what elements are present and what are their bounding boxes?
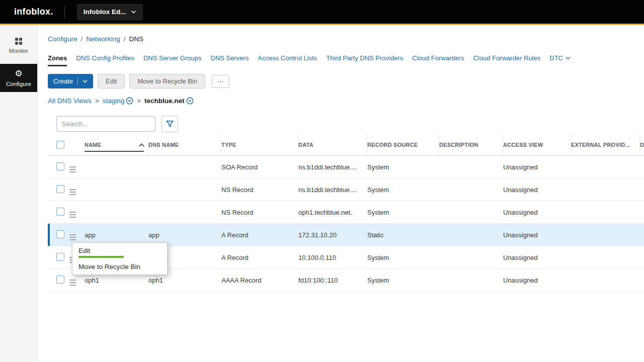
column-header-dns-name[interactable]: DNS NAME [148, 134, 221, 155]
tab-access-control-lists[interactable]: Access Control Lists [258, 54, 317, 66]
row-checkbox[interactable] [56, 185, 64, 193]
cell-record-source: System [367, 277, 439, 284]
column-header-record-source[interactable]: RECORD SOURCE [367, 134, 439, 155]
table-row[interactable]: NS Recordoph1.techblue.net.SystemUnassig… [48, 201, 644, 224]
view-path-staging-link[interactable]: staging [103, 97, 125, 105]
row-menu-icon[interactable] [69, 234, 76, 240]
tab-third-party-dns-providers[interactable]: Third Party DNS Providers [326, 54, 403, 66]
column-header-description[interactable]: DESCRIPTION [439, 134, 503, 155]
row-checkbox[interactable] [56, 230, 64, 238]
circle-chevron-icon[interactable] [186, 97, 194, 105]
breadcrumb-separator: / [124, 35, 126, 43]
more-actions-button[interactable]: ⋯ [212, 75, 229, 88]
chevron-down-icon [83, 79, 88, 83]
select-all-checkbox[interactable] [56, 141, 64, 149]
circle-chevron-icon[interactable] [126, 97, 133, 105]
column-header-type[interactable]: TYPE [221, 134, 298, 155]
sidebar-item-monitor[interactable]: Monitor [0, 32, 37, 59]
tab-zones[interactable]: Zones [48, 54, 67, 66]
column-header-access-view[interactable]: ACCESS VIEW [503, 134, 571, 155]
tab-dns-server-groups[interactable]: DNS Server Groups [143, 54, 202, 66]
cell-data: ns.b1ddi.techblue.... [298, 163, 367, 171]
cell-data: 172.31.10.20 [298, 231, 367, 239]
row-menu-icon[interactable] [69, 280, 76, 286]
column-header-data[interactable]: DATA [298, 134, 367, 155]
row-handle-cell [69, 207, 85, 218]
tab-label: DTC [549, 54, 563, 62]
sort-ascending-icon[interactable] [138, 143, 145, 147]
cell-name: oph1 [85, 277, 148, 284]
gear-icon: ⚙ [15, 69, 22, 78]
row-checkbox-cell [56, 230, 69, 240]
table-row[interactable]: NS Recordns.b1ddi.techblue....SystemUnas… [48, 178, 644, 201]
menu-hover-indicator [78, 256, 124, 258]
breadcrumb-item-networking[interactable]: Networking [86, 35, 120, 43]
tab-bar: ZonesDNS Config ProfilesDNS Server Group… [48, 54, 644, 66]
context-menu: EditMove to Recycle Bin [72, 242, 168, 275]
cell-record-source: System [367, 209, 439, 216]
cell-type: NS Record [221, 209, 298, 216]
context-menu-item-edit[interactable]: Edit [72, 243, 167, 259]
menu-item-label: Move to Recycle Bin [78, 263, 140, 270]
app-switcher-button[interactable]: Infoblox Ed... [77, 4, 143, 20]
view-path-zone-segment: techblue.net [144, 97, 194, 105]
view-path-separator: > [95, 97, 99, 105]
breadcrumb-item-dns: DNS [129, 35, 144, 43]
column-header-external-provider[interactable]: EXTERNAL PROVID... [571, 134, 640, 155]
cell-type: A Record [221, 254, 298, 261]
chevron-down-icon [566, 56, 571, 60]
column-header-d[interactable]: D [640, 134, 644, 155]
column-label: DATA [298, 142, 313, 148]
row-checkbox[interactable] [56, 253, 64, 261]
row-checkbox[interactable] [56, 162, 64, 170]
view-path-staging-segment: staging [103, 97, 134, 105]
row-checkbox[interactable] [56, 208, 64, 216]
row-checkbox-cell [56, 162, 69, 172]
filter-button[interactable] [162, 116, 178, 132]
view-path-root-link[interactable]: All DNS Views [48, 97, 92, 105]
sidebar-item-configure[interactable]: ⚙Configure [0, 64, 37, 92]
cell-access-view: Unassigned [503, 209, 571, 216]
tab-cloud-forwarder-rules[interactable]: Cloud Forwarder Rules [473, 54, 541, 66]
cell-access-view: Unassigned [503, 163, 571, 171]
column-header-name[interactable]: NAME [85, 134, 148, 155]
search-input[interactable] [56, 116, 155, 132]
topbar-divider [64, 6, 65, 19]
cell-record-source: System [367, 163, 439, 171]
tab-dns-servers[interactable]: DNS Servers [211, 54, 249, 66]
tab-label: DNS Config Profiles [76, 54, 134, 62]
column-label: D [640, 142, 644, 148]
context-menu-item-move-to-recycle-bin[interactable]: Move to Recycle Bin [72, 259, 167, 275]
cell-type: A Record [221, 231, 298, 239]
column-label: ACCESS VIEW [503, 142, 543, 148]
row-menu-icon[interactable] [69, 212, 76, 218]
column-label: DNS NAME [148, 142, 179, 148]
cell-record-source: System [367, 186, 439, 194]
sidebar-item-label: Monitor [9, 48, 28, 54]
table-row[interactable]: SOA Recordns.b1ddi.techblue....SystemUna… [48, 156, 644, 178]
tab-label: DNS Server Groups [143, 54, 202, 62]
row-menu-icon[interactable] [69, 166, 76, 172]
row-menu-icon[interactable] [69, 189, 76, 195]
row-checkbox-cell [56, 185, 69, 195]
cell-access-view: Unassigned [503, 186, 571, 194]
cell-data: ns.b1ddi.techblue.... [298, 186, 367, 194]
move-to-recycle-bin-button[interactable]: Move to Recycle Bin [129, 74, 205, 88]
search-row [56, 116, 644, 132]
infoblox-logo: infoblox. [14, 7, 53, 17]
cell-type: SOA Record [221, 163, 298, 171]
tab-dtc[interactable]: DTC [549, 54, 571, 66]
tab-cloud-forwarders[interactable]: Cloud Forwarders [412, 54, 464, 66]
row-checkbox[interactable] [56, 276, 64, 284]
column-label: TYPE [221, 142, 236, 148]
edit-button[interactable]: Edit [98, 74, 125, 88]
main-content: Configure/Networking/DNS ZonesDNS Config… [38, 25, 644, 362]
tab-dns-config-profiles[interactable]: DNS Config Profiles [76, 54, 134, 66]
breadcrumb-item-configure[interactable]: Configure [48, 35, 77, 43]
column-label: EXTERNAL PROVID... [571, 142, 630, 148]
cell-record-source: Static [367, 231, 439, 239]
row-checkbox-cell [56, 208, 69, 217]
cell-data: oph1.techblue.net. [298, 209, 367, 216]
cell-dns-name: app [148, 231, 221, 239]
create-button[interactable]: Create [48, 74, 93, 88]
